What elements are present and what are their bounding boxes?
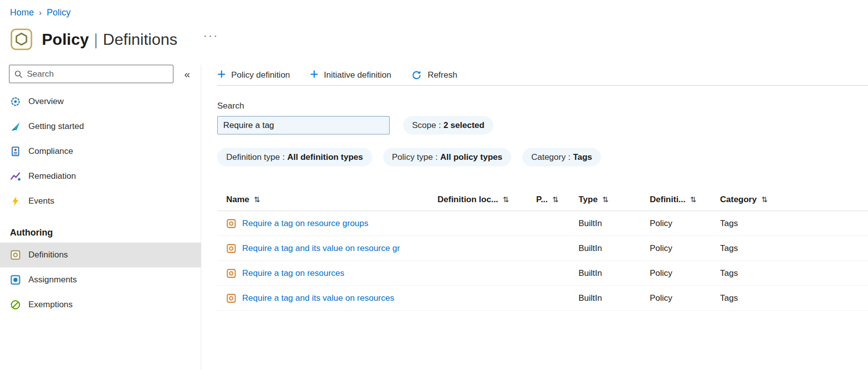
column-header-type[interactable]: Type ⇅ xyxy=(579,195,650,205)
sidebar-item-label: Overview xyxy=(28,97,64,107)
definitions-table: Name ⇅ Definition loc... ⇅ P... ⇅ Type ⇅ xyxy=(217,188,868,311)
breadcrumb-separator: › xyxy=(39,7,42,18)
breadcrumb-policy-link[interactable]: Policy xyxy=(47,7,71,18)
page-title-divider: | xyxy=(94,30,98,48)
sidebar-item-assignments[interactable]: Assignments xyxy=(0,267,201,292)
pill-separator: : xyxy=(438,121,441,130)
sidebar-search-box[interactable] xyxy=(9,65,173,83)
pill-name: Definition type xyxy=(226,152,280,162)
definition-type-cell: Policy xyxy=(650,268,720,278)
definitions-icon xyxy=(10,249,21,260)
pill-name: Category xyxy=(531,152,566,162)
sidebar-item-events[interactable]: Events xyxy=(0,189,201,214)
column-header-definition-location[interactable]: Definition loc... ⇅ xyxy=(437,195,536,205)
name-cell: Require a tag on resource groups xyxy=(226,219,437,229)
definition-type-cell: Policy xyxy=(650,244,720,253)
events-icon xyxy=(10,196,21,207)
search-icon xyxy=(14,70,23,79)
main-panel: + Policy definition + Initiative definit… xyxy=(201,65,868,370)
table-row: Require a tag on resources BuiltIn Polic… xyxy=(217,261,868,286)
collapse-sidebar-icon[interactable]: « xyxy=(173,68,201,80)
assignments-icon xyxy=(10,274,21,285)
sidebar-item-remediation[interactable]: Remediation xyxy=(0,164,201,189)
policy-definition-icon xyxy=(226,219,236,229)
sort-icon: ⇅ xyxy=(254,195,260,204)
sort-icon: ⇅ xyxy=(503,195,509,204)
refresh-button[interactable]: Refresh xyxy=(411,70,457,81)
column-header-name[interactable]: Name ⇅ xyxy=(226,195,437,205)
table-row: Require a tag on resource groups BuiltIn… xyxy=(217,211,868,236)
more-menu-icon[interactable]: ··· xyxy=(203,29,219,49)
definition-link[interactable]: Require a tag and its value on resources xyxy=(242,293,394,303)
overview-icon xyxy=(10,96,21,107)
sidebar-item-compliance[interactable]: Compliance xyxy=(0,139,201,164)
sidebar-nav: Overview Getting started Compliance xyxy=(0,89,201,317)
table-row: Require a tag and its value on resource … xyxy=(217,236,868,261)
definition-type-filter-pill[interactable]: Definition type : All definition types xyxy=(217,148,372,166)
policy-definition-button[interactable]: + Policy definition xyxy=(217,69,290,81)
column-label: Definition loc... xyxy=(437,195,498,205)
pill-name: Scope xyxy=(412,121,436,130)
initiative-definition-button[interactable]: + Initiative definition xyxy=(310,69,391,81)
filter-row-1: Scope : 2 selected xyxy=(217,116,868,134)
sidebar-item-overview[interactable]: Overview xyxy=(0,89,201,114)
page-header: Home › Policy Policy|Definitions ··· xyxy=(0,0,868,52)
refresh-icon xyxy=(411,70,422,81)
pill-separator: : xyxy=(435,152,438,162)
pill-value: 2 selected xyxy=(443,121,484,130)
pill-separator: : xyxy=(568,152,571,162)
sidebar-section-authoring: Authoring xyxy=(0,223,201,243)
definition-type-cell: Policy xyxy=(650,293,720,303)
category-cell: Tags xyxy=(720,293,868,303)
sidebar-item-definitions[interactable]: Definitions xyxy=(0,243,201,267)
sidebar-item-label: Definitions xyxy=(28,250,68,260)
definition-search-input[interactable] xyxy=(217,116,390,134)
breadcrumb-home-link[interactable]: Home xyxy=(10,7,34,18)
sidebar-item-exemptions[interactable]: Exemptions xyxy=(0,292,201,317)
column-header-category[interactable]: Category ⇅ xyxy=(720,195,868,205)
scope-filter-pill[interactable]: Scope : 2 selected xyxy=(403,116,493,134)
definition-link[interactable]: Require a tag on resources xyxy=(242,268,344,278)
column-label: P... xyxy=(536,195,548,205)
refresh-label: Refresh xyxy=(428,70,457,80)
column-header-policies[interactable]: P... ⇅ xyxy=(536,195,579,205)
definition-type-cell: Policy xyxy=(650,219,720,229)
filter-row-2: Definition type : All definition types P… xyxy=(217,148,868,166)
policy-type-filter-pill[interactable]: Policy type : All policy types xyxy=(383,148,512,166)
add-icon: + xyxy=(217,69,226,81)
sidebar-item-label: Assignments xyxy=(28,275,77,285)
sidebar-search-input[interactable] xyxy=(27,69,168,79)
getting-started-icon xyxy=(10,121,21,132)
category-cell: Tags xyxy=(720,219,868,229)
definition-link[interactable]: Require a tag on resource groups xyxy=(242,219,368,229)
policy-definitions-page: Home › Policy Policy|Definitions ··· xyxy=(0,0,868,370)
page-title: Policy|Definitions xyxy=(42,30,177,49)
type-cell: BuiltIn xyxy=(579,219,650,229)
pill-value: Tags xyxy=(573,152,592,162)
policy-definition-icon xyxy=(226,244,236,253)
category-filter-pill[interactable]: Category : Tags xyxy=(522,148,601,166)
pill-separator: : xyxy=(283,152,285,162)
definition-link[interactable]: Require a tag and its value on resource … xyxy=(242,244,400,253)
column-label: Name xyxy=(226,195,249,205)
type-cell: BuiltIn xyxy=(579,293,650,303)
sort-icon: ⇅ xyxy=(602,195,608,204)
name-cell: Require a tag on resources xyxy=(226,268,437,278)
category-cell: Tags xyxy=(720,244,868,253)
sort-icon: ⇅ xyxy=(552,195,559,204)
initiative-definition-label: Initiative definition xyxy=(324,70,391,80)
compliance-icon xyxy=(10,146,21,157)
breadcrumb: Home › Policy xyxy=(10,7,868,18)
policy-definition-icon xyxy=(226,268,236,278)
table-header: Name ⇅ Definition loc... ⇅ P... ⇅ Type ⇅ xyxy=(217,188,868,211)
sidebar-item-label: Events xyxy=(28,196,54,206)
type-cell: BuiltIn xyxy=(579,268,650,278)
policy-definition-label: Policy definition xyxy=(231,70,290,80)
column-label: Definiti... xyxy=(650,195,686,205)
column-header-definition-type[interactable]: Definiti... ⇅ xyxy=(650,195,720,205)
sidebar-item-getting-started[interactable]: Getting started xyxy=(0,114,201,139)
sidebar: « Overview Getting started xyxy=(0,65,201,370)
type-cell: BuiltIn xyxy=(579,244,650,253)
name-cell: Require a tag and its value on resource … xyxy=(226,244,437,253)
name-cell: Require a tag and its value on resources xyxy=(226,293,437,303)
